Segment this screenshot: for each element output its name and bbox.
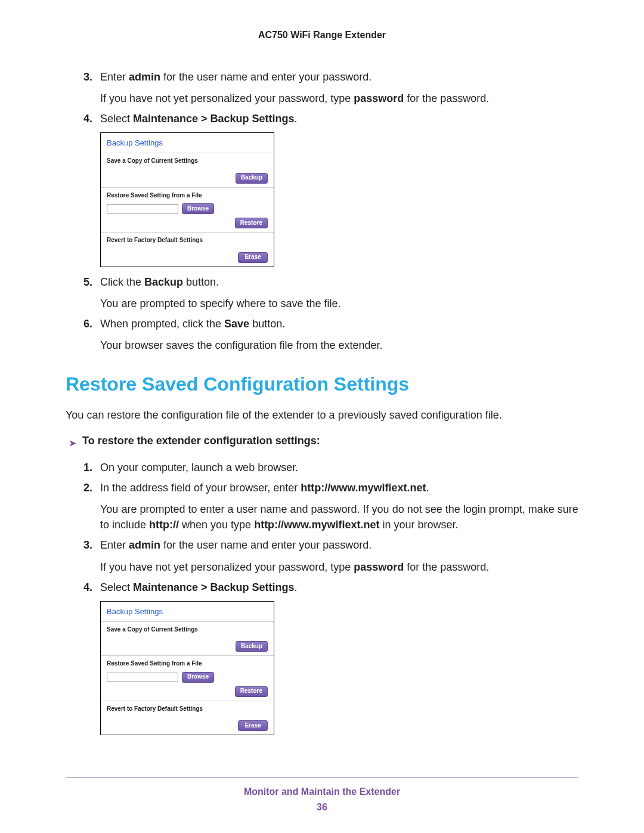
- step-text-pre: Select: [100, 581, 133, 593]
- step-extra-mid: when you type: [179, 519, 254, 531]
- step-text-post: for the user name and enter your passwor…: [160, 71, 371, 83]
- step-text-pre: Enter: [100, 71, 129, 83]
- step-text-bold: Maintenance > Backup Settings: [133, 581, 295, 593]
- step-number: 6.: [83, 316, 92, 332]
- panel-row-save-copy: Save a Copy of Current Settings Backup: [101, 153, 274, 187]
- sub-procedure-title: To restore the extender configuration se…: [82, 435, 320, 447]
- step-text-post: for the user name and enter your passwor…: [160, 539, 371, 551]
- step-number: 3.: [83, 537, 92, 553]
- step-2: 2. In the address field of your browser,…: [83, 480, 578, 532]
- step-text-bold: http://www.mywifiext.net: [301, 482, 426, 494]
- step-number: 4.: [83, 111, 92, 126]
- step-number: 3.: [83, 69, 92, 85]
- backup-button[interactable]: Backup: [236, 641, 268, 652]
- step-4: 4. Select Maintenance > Backup Settings.…: [83, 111, 578, 267]
- panel-row-save-copy: Save a Copy of Current Settings Backup: [101, 621, 274, 656]
- panel-row-label: Restore Saved Setting from a File: [107, 659, 268, 668]
- step-5: 5. Click the Backup button. You are prom…: [83, 274, 578, 311]
- file-input[interactable]: [107, 204, 178, 213]
- step-text-pre: Enter: [100, 539, 129, 551]
- step-extra-bold2: http://www.mywifiext.net: [254, 519, 379, 531]
- step-extra-post: for the password.: [404, 561, 489, 573]
- step-number: 5.: [83, 274, 92, 290]
- step-extra-pre: If you have not yet personalized your pa…: [100, 561, 354, 573]
- restore-button[interactable]: Restore: [235, 686, 268, 697]
- step-text-pre: Click the: [100, 276, 144, 288]
- footer-title: Monitor and Maintain the Extender: [66, 786, 578, 797]
- backup-button[interactable]: Backup: [236, 173, 268, 184]
- step-text-bold: Backup: [144, 276, 183, 288]
- page-number: 36: [66, 802, 578, 813]
- step-text-post: button.: [249, 318, 285, 330]
- panel-row-revert: Revert to Factory Default Settings Erase: [101, 232, 274, 267]
- step-text-pre: In the address field of your browser, en…: [100, 482, 301, 494]
- backup-settings-panel: Backup Settings Save a Copy of Current S…: [100, 601, 274, 735]
- panel-row-revert: Revert to Factory Default Settings Erase: [101, 701, 274, 735]
- step-text-bold: admin: [129, 71, 160, 83]
- step-extra: Your browser saves the configuration fil…: [100, 337, 578, 353]
- panel-title: Backup Settings: [101, 133, 274, 153]
- erase-button[interactable]: Erase: [238, 252, 268, 263]
- step-text-pre: Select: [100, 113, 133, 125]
- step-text: On your computer, launch a web browser.: [100, 462, 298, 473]
- section-body: You can restore the configuration file o…: [66, 407, 578, 423]
- file-input[interactable]: [107, 673, 178, 682]
- step-extra-bold: password: [354, 561, 404, 573]
- step-text-bold: Maintenance > Backup Settings: [133, 113, 295, 125]
- step-1: 1. On your computer, launch a web browse…: [83, 460, 578, 475]
- step-text-post: .: [426, 482, 429, 494]
- step-text-bold: Save: [224, 318, 249, 330]
- step-number: 2.: [83, 480, 92, 496]
- panel-row-label: Restore Saved Setting from a File: [107, 191, 268, 200]
- page-footer: Monitor and Maintain the Extender 36: [66, 778, 578, 813]
- step-extra-end: in your browser.: [379, 519, 458, 531]
- panel-title: Backup Settings: [101, 602, 274, 621]
- backup-settings-panel: Backup Settings Save a Copy of Current S…: [100, 132, 274, 267]
- step-3b: 3. Enter admin for the user name and ent…: [83, 537, 578, 574]
- browse-button[interactable]: Browse: [182, 672, 214, 683]
- footer-rule: [66, 778, 578, 778]
- step-extra: You are prompted to specify where to sav…: [100, 296, 578, 311]
- section-heading: Restore Saved Configuration Settings: [66, 373, 578, 395]
- step-number: 4.: [83, 580, 92, 595]
- step-text-pre: When prompted, click the: [100, 318, 224, 330]
- step-extra-post: for the password.: [404, 92, 489, 104]
- panel-row-restore: Restore Saved Setting from a File Browse…: [101, 655, 274, 701]
- sub-procedure-heading: ➤ To restore the extender configuration …: [66, 435, 578, 451]
- erase-button[interactable]: Erase: [238, 720, 268, 731]
- step-extra-pre: If you have not yet personalized your pa…: [100, 92, 354, 104]
- restore-button[interactable]: Restore: [235, 218, 268, 228]
- step-3: 3. Enter admin for the user name and ent…: [83, 69, 578, 106]
- panel-row-label: Revert to Factory Default Settings: [107, 705, 268, 714]
- step-text-bold: admin: [129, 539, 160, 551]
- panel-row-restore: Restore Saved Setting from a File Browse…: [101, 187, 274, 233]
- panel-row-label: Revert to Factory Default Settings: [107, 236, 268, 245]
- steps-list-b: 1. On your computer, launch a web browse…: [66, 460, 578, 735]
- steps-list-a: 3. Enter admin for the user name and ent…: [66, 69, 578, 353]
- step-extra-bold1: http://: [149, 519, 179, 531]
- chevron-right-icon: ➤: [66, 435, 76, 451]
- step-number: 1.: [83, 460, 92, 475]
- doc-header: AC750 WiFi Range Extender: [66, 30, 578, 41]
- panel-row-label: Save a Copy of Current Settings: [107, 625, 268, 634]
- step-text-post: button.: [183, 276, 219, 288]
- step-extra-bold: password: [354, 92, 404, 104]
- step-text-post: .: [295, 581, 298, 593]
- panel-row-label: Save a Copy of Current Settings: [107, 157, 268, 166]
- step-6: 6. When prompted, click the Save button.…: [83, 316, 578, 353]
- browse-button[interactable]: Browse: [182, 203, 214, 214]
- step-text-post: .: [295, 113, 298, 125]
- step-4b: 4. Select Maintenance > Backup Settings.…: [83, 580, 578, 735]
